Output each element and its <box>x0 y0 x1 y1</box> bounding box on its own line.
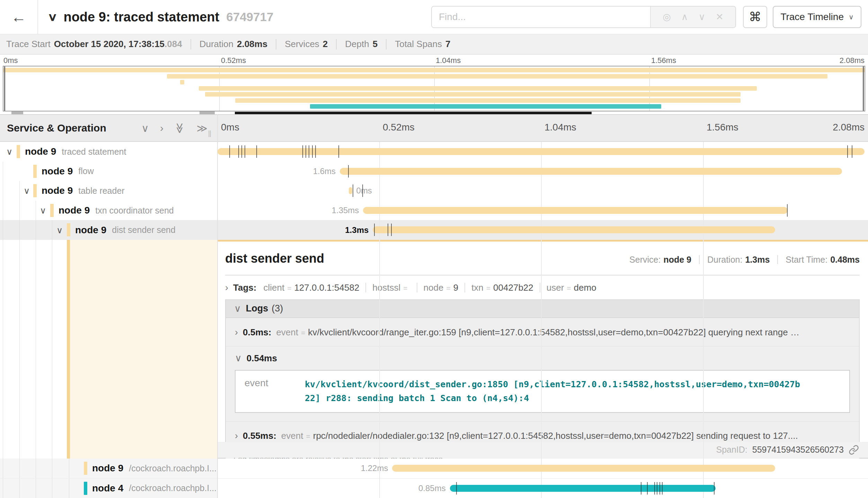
span-row--cockroach-roachpb-i-[interactable]: node 9/cockroach.roachpb.I...1.22ms <box>0 459 868 478</box>
span-operation-name: txn coordinator send <box>95 206 174 216</box>
clear-search-icon[interactable]: ✕ <box>716 11 724 22</box>
span-service-name: node 9 <box>42 185 73 196</box>
tag-item: user=demo <box>547 282 596 293</box>
prev-result-icon[interactable]: ∧ <box>681 11 688 22</box>
span-service-name: node 9 <box>92 463 123 474</box>
minimap-drag-handle[interactable] <box>11 111 23 114</box>
next-result-icon[interactable]: ∨ <box>698 11 705 22</box>
chevron-down-icon: ∨ <box>234 303 241 314</box>
span-row--cockroach-roachpb-i-[interactable]: node 4/cockroach.roachpb.I...0.85ms <box>0 478 868 498</box>
minimap-drag-handle[interactable] <box>200 111 215 114</box>
log-marker-tick <box>338 145 339 158</box>
trace-total-spans: Total Spans7 <box>395 39 450 49</box>
expand-one-icon[interactable]: › <box>160 122 163 134</box>
log-entry-collapsed[interactable]: › 0.5ms: event = kv/kvclient/kvcoord/ran… <box>226 318 859 346</box>
minimap-span-bar <box>235 98 741 103</box>
selected-span-color-strip <box>67 240 70 459</box>
span-operation-name: /cockroach.roachpb.I... <box>129 463 216 473</box>
span-service-name: node 9 <box>42 166 73 177</box>
log-marker-tick <box>654 482 655 495</box>
span-id-label: SpanID: <box>716 445 747 455</box>
span-bar[interactable] <box>340 168 842 175</box>
logs-header[interactable]: ∨ Logs (3) <box>226 300 859 318</box>
indent-guide <box>3 162 3 181</box>
minimap-view-range-bar[interactable] <box>235 112 592 114</box>
log-field-value: kv/kvclient/kvcoord/dist_sender.go:1850 … <box>305 378 800 405</box>
span-row-table-reader[interactable]: ∨node 9table reader0ms <box>0 181 868 201</box>
column-resize-grip[interactable]: ‖ <box>208 129 212 139</box>
span-id-row: SpanID: 5597415943526560273 <box>218 442 868 458</box>
selected-span-accent <box>70 240 218 459</box>
minimap-scrubber-left[interactable] <box>4 66 5 111</box>
link-icon[interactable] <box>849 445 859 455</box>
collapse-trace-chevron-icon[interactable]: ∨ <box>47 10 57 24</box>
trace-title-group: ∨ node 9: traced statement 6749717 <box>48 0 273 34</box>
indent-guide <box>52 220 52 240</box>
minimap-scrubber-right[interactable] <box>863 66 864 111</box>
log-marker-tick <box>847 145 848 158</box>
log-marker-tick <box>659 482 660 495</box>
page-title: node 9: traced statement <box>63 10 219 25</box>
span-bar[interactable] <box>349 187 352 194</box>
top-bar: ← ∨ node 9: traced statement 6749717 ◎ ∧… <box>0 0 868 34</box>
log-marker-tick <box>662 482 663 495</box>
trace-start: Trace Start October 15 2020, 17:38:15.08… <box>6 39 182 49</box>
log-detail-card: event kv/kvclient/kvcoord/dist_sender.go… <box>235 370 850 413</box>
span-service-name: node 9 <box>25 146 56 157</box>
expand-all-icon[interactable]: ≫ <box>196 122 207 134</box>
find-input[interactable] <box>432 7 650 27</box>
collapse-one-icon[interactable]: ∨ <box>141 122 149 134</box>
axis-tick-label: 2.08ms <box>833 122 865 133</box>
chevron-down-icon: ∨ <box>235 353 242 364</box>
tags-row[interactable]: › Tags: client=127.0.0.1:54582 hostssl= … <box>225 282 860 293</box>
log-marker-tick <box>305 145 306 158</box>
log-entry-header[interactable]: ∨ 0.54ms <box>226 346 859 368</box>
log-marker-tick <box>353 184 353 197</box>
span-bar[interactable] <box>373 226 775 233</box>
back-button[interactable]: ← <box>0 0 38 34</box>
chevron-right-icon: › <box>235 327 238 338</box>
span-row-flow[interactable]: node 9flow1.6ms <box>0 162 868 181</box>
span-row-txn-coordinator-send[interactable]: ∨node 9txn coordinator send1.35ms <box>0 201 868 220</box>
locate-icon[interactable]: ◎ <box>663 11 671 22</box>
indent-guide <box>52 479 52 498</box>
view-selector-label: Trace Timeline <box>780 11 844 22</box>
span-bar[interactable] <box>392 465 775 472</box>
span-bar[interactable] <box>218 148 865 155</box>
span-service-name: node 9 <box>75 225 106 236</box>
axis-tick-label: 0.52ms <box>383 122 415 133</box>
tag-item: hostssl= <box>372 282 410 293</box>
minimap-tick-label: 1.04ms <box>436 56 461 65</box>
span-tree-chevron-icon[interactable]: ∨ <box>56 225 63 235</box>
span-bar[interactable] <box>450 485 716 492</box>
span-bar[interactable] <box>363 207 787 214</box>
collapse-all-icon[interactable]: ≫ <box>174 123 186 133</box>
span-tree-chevron-icon[interactable]: ∨ <box>24 186 30 196</box>
indent-guide <box>19 220 20 240</box>
trace-summary-bar: Trace Start October 15 2020, 17:38:15.08… <box>0 34 868 55</box>
timeline-header: Service & Operation ∨ › ≫ ≫ ‖ 0ms 0.52ms… <box>0 114 868 142</box>
keyboard-shortcuts-button[interactable]: ⌘ <box>743 6 767 28</box>
log-marker-tick <box>787 204 788 217</box>
log-entry-expanded: ∨ 0.54ms event kv/kvclient/kvcoord/dist_… <box>226 346 859 422</box>
view-selector-button[interactable]: Trace Timeline ∨ <box>773 6 861 28</box>
span-duration-label: 1.35ms <box>332 206 359 215</box>
span-row-traced-statement[interactable]: ∨node 9traced statement <box>0 142 868 162</box>
span-tree-chevron-icon[interactable]: ∨ <box>40 206 46 216</box>
service-color-bar <box>33 165 37 178</box>
span-row-dist-sender-send[interactable]: ∨node 9dist sender send1.3ms <box>0 220 868 240</box>
trace-services: Services2 <box>285 39 328 49</box>
indent-guide <box>3 181 3 201</box>
span-operation-name: table reader <box>78 186 124 196</box>
span-tree-chevron-icon[interactable]: ∨ <box>6 147 12 157</box>
axis-tick-label: 1.04ms <box>544 122 576 133</box>
indent-guide <box>19 479 20 498</box>
collapse-controls: ∨ › ≫ ≫ <box>141 115 207 141</box>
log-marker-tick <box>852 145 852 158</box>
span-detail-panel: dist sender send Service:node 9 Duration… <box>218 240 868 459</box>
tags-label: Tags: <box>233 282 256 293</box>
logs-count: (3) <box>272 303 283 314</box>
minimap-canvas[interactable] <box>3 66 865 111</box>
log-marker-tick <box>302 145 303 158</box>
log-marker-tick <box>456 482 457 495</box>
